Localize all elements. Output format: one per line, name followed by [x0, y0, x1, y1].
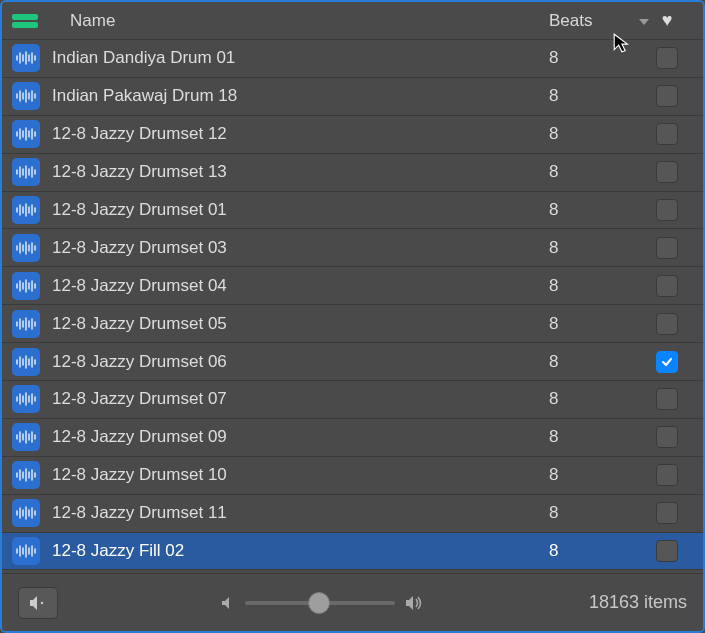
table-row[interactable]: 12-8 Jazzy Drumset 038 — [2, 229, 703, 267]
waveform-icon — [12, 423, 40, 451]
table-row[interactable]: 12-8 Jazzy Drumset 068 — [2, 343, 703, 381]
row-beats: 8 — [549, 503, 639, 523]
volume-slider[interactable] — [245, 601, 395, 605]
row-beats: 8 — [549, 352, 639, 372]
waveform-icon — [12, 310, 40, 338]
favorite-cell — [647, 275, 695, 297]
favorite-cell — [647, 85, 695, 107]
preview-button[interactable] — [18, 587, 58, 619]
row-name: 12-8 Jazzy Drumset 05 — [48, 314, 541, 334]
favorite-cell — [647, 388, 695, 410]
table-row[interactable]: 12-8 Jazzy Fill 028 — [2, 533, 703, 570]
favorite-cell — [647, 199, 695, 221]
favorite-cell — [647, 502, 695, 524]
row-name: 12-8 Jazzy Drumset 09 — [48, 427, 541, 447]
row-name: 12-8 Jazzy Drumset 03 — [48, 238, 541, 258]
row-beats: 8 — [549, 162, 639, 182]
waveform-icon — [12, 272, 40, 300]
row-beats: 8 — [549, 48, 639, 68]
table-row[interactable]: 12-8 Jazzy Drumset 108 — [2, 457, 703, 495]
row-name: 12-8 Jazzy Drumset 12 — [48, 124, 541, 144]
row-name: Indian Pakawaj Drum 18 — [48, 86, 541, 106]
favorite-checkbox[interactable] — [656, 275, 678, 297]
row-name: 12-8 Jazzy Drumset 13 — [48, 162, 541, 182]
favorite-checkbox[interactable] — [656, 47, 678, 69]
waveform-icon — [12, 196, 40, 224]
table-row[interactable]: 12-8 Jazzy Drumset 098 — [2, 419, 703, 457]
column-header-row: Name Beats ♥ — [2, 2, 703, 40]
row-beats: 8 — [549, 465, 639, 485]
loop-list: Indian Dandiya Drum 018Indian Pakawaj Dr… — [2, 40, 703, 570]
row-name: 12-8 Jazzy Drumset 04 — [48, 276, 541, 296]
row-beats: 8 — [549, 314, 639, 334]
volume-slider-group — [74, 595, 573, 611]
waveform-icon — [12, 348, 40, 376]
item-count-label: 18163 items — [589, 592, 687, 613]
footer-bar: 18163 items — [2, 573, 703, 631]
favorite-cell — [647, 464, 695, 486]
waveform-icon — [12, 120, 40, 148]
favorite-checkbox[interactable] — [656, 313, 678, 335]
table-row[interactable]: 12-8 Jazzy Drumset 118 — [2, 495, 703, 533]
waveform-icon — [12, 537, 40, 565]
favorite-checkbox[interactable] — [656, 85, 678, 107]
row-name: 12-8 Jazzy Drumset 06 — [48, 352, 541, 372]
row-name: 12-8 Jazzy Drumset 10 — [48, 465, 541, 485]
table-row[interactable]: 12-8 Jazzy Drumset 048 — [2, 267, 703, 305]
column-header-beats-label: Beats — [549, 11, 592, 30]
favorite-checkbox[interactable] — [656, 351, 678, 373]
row-beats: 8 — [549, 238, 639, 258]
table-row[interactable]: Indian Dandiya Drum 018 — [2, 40, 703, 78]
row-beats: 8 — [549, 124, 639, 144]
favorite-cell — [647, 540, 695, 562]
row-beats: 8 — [549, 200, 639, 220]
row-name: 12-8 Jazzy Drumset 01 — [48, 200, 541, 220]
waveform-icon — [12, 158, 40, 186]
table-row[interactable]: 12-8 Jazzy Drumset 058 — [2, 305, 703, 343]
favorite-checkbox[interactable] — [656, 123, 678, 145]
table-row[interactable]: 12-8 Jazzy Drumset 018 — [2, 192, 703, 230]
chevron-down-icon — [639, 19, 649, 25]
column-header-beats[interactable]: Beats — [549, 11, 639, 31]
table-row[interactable]: Indian Pakawaj Drum 188 — [2, 78, 703, 116]
favorite-cell — [647, 123, 695, 145]
volume-slider-thumb[interactable] — [308, 592, 330, 614]
favorite-checkbox[interactable] — [656, 464, 678, 486]
favorite-cell — [647, 161, 695, 183]
column-header-favorite[interactable]: ♥ — [647, 10, 695, 31]
favorite-checkbox[interactable] — [656, 199, 678, 221]
favorite-checkbox[interactable] — [656, 502, 678, 524]
row-name: 12-8 Jazzy Fill 02 — [48, 541, 541, 561]
row-beats: 8 — [549, 276, 639, 296]
favorite-checkbox[interactable] — [656, 540, 678, 562]
waveform-icon — [12, 385, 40, 413]
row-beats: 8 — [549, 389, 639, 409]
volume-low-icon — [221, 596, 235, 610]
favorite-checkbox[interactable] — [656, 161, 678, 183]
favorite-cell — [647, 47, 695, 69]
table-row[interactable]: 12-8 Jazzy Drumset 138 — [2, 154, 703, 192]
favorite-checkbox[interactable] — [656, 426, 678, 448]
row-beats: 8 — [549, 86, 639, 106]
waveform-icon — [12, 499, 40, 527]
favorite-cell — [647, 426, 695, 448]
favorite-checkbox[interactable] — [656, 388, 678, 410]
favorite-cell — [647, 351, 695, 373]
waveform-icon — [12, 461, 40, 489]
row-name: Indian Dandiya Drum 01 — [48, 48, 541, 68]
row-beats: 8 — [549, 541, 639, 561]
row-beats: 8 — [549, 427, 639, 447]
waveform-icon — [12, 82, 40, 110]
volume-high-icon — [405, 595, 425, 611]
view-toggle-button[interactable] — [12, 12, 40, 30]
favorite-checkbox[interactable] — [656, 237, 678, 259]
table-row[interactable]: 12-8 Jazzy Drumset 078 — [2, 381, 703, 419]
table-row[interactable]: 12-8 Jazzy Drumset 128 — [2, 116, 703, 154]
svg-point-98 — [41, 601, 43, 603]
column-header-name[interactable]: Name — [48, 11, 541, 31]
favorite-cell — [647, 313, 695, 335]
favorite-cell — [647, 237, 695, 259]
row-name: 12-8 Jazzy Drumset 11 — [48, 503, 541, 523]
speaker-icon — [29, 595, 47, 611]
row-name: 12-8 Jazzy Drumset 07 — [48, 389, 541, 409]
